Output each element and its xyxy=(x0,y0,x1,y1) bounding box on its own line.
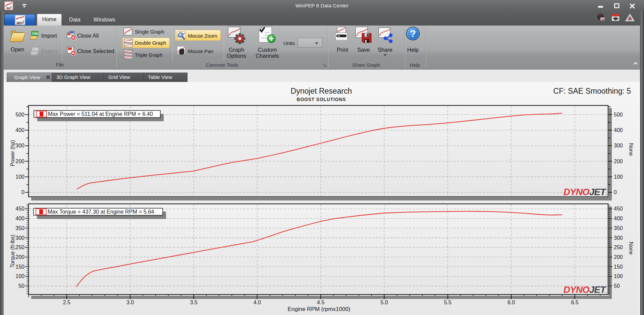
svg-text:400: 400 xyxy=(614,216,623,221)
svg-text:450: 450 xyxy=(15,206,24,212)
svg-text:500: 500 xyxy=(614,112,623,118)
svg-text:0: 0 xyxy=(614,189,617,195)
svg-text:200: 200 xyxy=(614,159,623,164)
svg-text:300: 300 xyxy=(614,235,623,241)
svg-text:300: 300 xyxy=(614,143,623,148)
svg-text:350: 350 xyxy=(614,225,623,231)
svg-text:300: 300 xyxy=(15,143,24,148)
svg-text:None: None xyxy=(628,242,634,255)
svg-text:3.5: 3.5 xyxy=(190,300,197,305)
svg-text:CF: SAE Smoothing: 5: CF: SAE Smoothing: 5 xyxy=(553,87,631,95)
svg-text:6.5: 6.5 xyxy=(571,300,578,305)
svg-text:150: 150 xyxy=(614,264,623,270)
svg-text:Max Torque = 437.30 at Engine: Max Torque = 437.30 at Engine RPM = 5.64 xyxy=(48,209,154,215)
svg-text:150: 150 xyxy=(15,264,24,270)
svg-text:400: 400 xyxy=(614,127,623,133)
svg-text:50: 50 xyxy=(18,283,24,289)
svg-text:300: 300 xyxy=(15,235,24,241)
svg-text:5.0: 5.0 xyxy=(380,300,388,305)
svg-text:250: 250 xyxy=(614,244,623,250)
svg-text:100: 100 xyxy=(614,174,623,180)
svg-text:400: 400 xyxy=(15,127,24,133)
svg-text:2.5: 2.5 xyxy=(63,300,70,305)
svg-text:Engine RPM (rpmx1000): Engine RPM (rpmx1000) xyxy=(287,306,350,312)
svg-text:400: 400 xyxy=(15,216,24,221)
svg-text:Dynojet Research: Dynojet Research xyxy=(291,87,352,95)
svg-text:None: None xyxy=(628,143,634,156)
svg-text:DYNOJET.: DYNOJET. xyxy=(564,187,607,197)
svg-text:0: 0 xyxy=(21,189,24,195)
svg-text:100: 100 xyxy=(614,273,623,279)
svg-text:6.0: 6.0 xyxy=(507,300,515,305)
svg-text:350: 350 xyxy=(15,225,24,231)
svg-text:50: 50 xyxy=(614,283,620,289)
svg-text:100: 100 xyxy=(15,273,24,279)
svg-text:Max Power = 511.04 at Engine R: Max Power = 511.04 at Engine RPM = 6.40 xyxy=(48,111,153,117)
svg-text:100: 100 xyxy=(15,174,24,180)
svg-text:200: 200 xyxy=(15,254,24,260)
svg-text:250: 250 xyxy=(15,244,24,250)
svg-text:4.5: 4.5 xyxy=(317,300,324,305)
svg-text:4.0: 4.0 xyxy=(254,300,261,305)
svg-text:Power (hp): Power (hp) xyxy=(10,140,15,166)
svg-text:5.5: 5.5 xyxy=(444,300,451,305)
svg-text:3.0: 3.0 xyxy=(126,300,134,305)
svg-text:200: 200 xyxy=(15,159,24,164)
svg-text:200: 200 xyxy=(614,254,623,260)
svg-text:500: 500 xyxy=(15,112,24,118)
svg-text:DYNOJET.: DYNOJET. xyxy=(564,284,607,295)
svg-text:BOOST SOLUTIONS: BOOST SOLUTIONS xyxy=(297,97,346,102)
svg-text:Torque (ft-lbs): Torque (ft-lbs) xyxy=(10,235,15,268)
svg-text:450: 450 xyxy=(614,206,623,212)
